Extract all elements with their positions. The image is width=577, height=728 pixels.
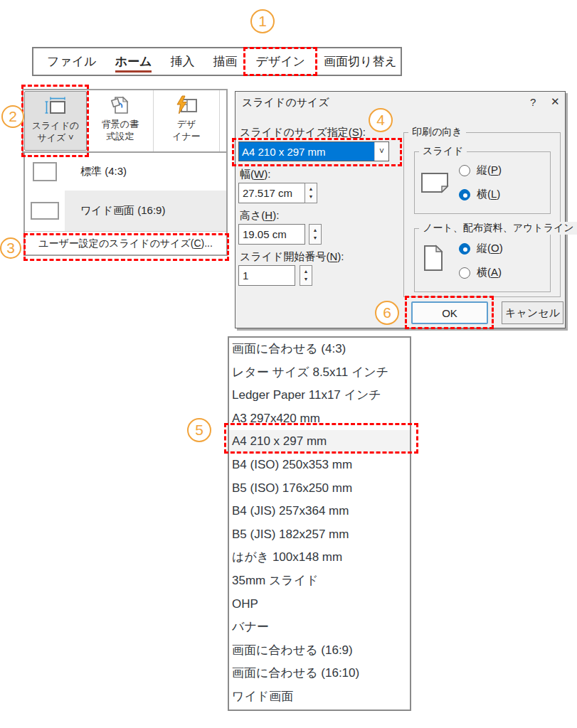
slide-size-button[interactable]: スライドの サイズ ˅ (24, 91, 87, 151)
size-list-item[interactable]: Ledger Paper 11x17 インチ (229, 384, 410, 407)
tab-file[interactable]: ファイル (38, 53, 106, 70)
ribbon-spacer (220, 90, 226, 151)
notes-landscape-label: 横(A) (477, 266, 502, 279)
stepper-down-icon[interactable]: ▼ (304, 276, 309, 284)
standard-ratio-icon (25, 153, 65, 191)
size-list-item[interactable]: B4 (ISO) 250x353 mm (229, 454, 410, 477)
orientation-group-title: 印刷の向き (408, 126, 466, 139)
notes-orientation-group: ノート、配布資料、アウトライン 縦(O) 横(A) (414, 228, 551, 292)
portrait-page-icon (423, 245, 443, 274)
height-field[interactable]: 19.05 cm (238, 224, 305, 245)
start-number-stepper[interactable]: ▲ ▼ (300, 265, 312, 286)
radio-unselected-icon[interactable] (459, 267, 470, 279)
stepper-down-icon[interactable]: ▼ (309, 193, 314, 201)
size-list-item[interactable]: ワイド画面 (229, 685, 410, 709)
size-list-item[interactable]: バナー (229, 616, 410, 639)
menu-item-custom-size-label: ユーザー設定のスライドのサイズ(C)... (38, 237, 213, 250)
start-number-label: スライド開始番号(N): (240, 250, 344, 264)
tab-design[interactable]: デザイン (246, 53, 314, 70)
slide-portrait-option[interactable]: 縦(P) (459, 164, 502, 177)
notes-orientation-title: ノート、配布資料、アウトライン (419, 222, 577, 235)
step-5-badge: 5 (187, 418, 211, 442)
stepper-up-icon[interactable]: ▲ (313, 227, 318, 235)
designer-button[interactable]: デザ イナー (154, 90, 220, 151)
notes-portrait-label: 縦(O) (477, 242, 503, 255)
slide-landscape-option[interactable]: 横(L) (459, 188, 500, 201)
size-list-item[interactable]: 画面に合わせる (16:9) (229, 639, 410, 663)
slide-landscape-label: 横(L) (477, 188, 500, 201)
size-list-item[interactable]: 35mm スライド (229, 569, 410, 593)
close-icon[interactable]: ✕ (551, 95, 560, 108)
width-stepper[interactable]: ▲ ▼ (305, 183, 317, 203)
cancel-button[interactable]: キャンセル (502, 301, 563, 324)
step-1-badge: 1 (250, 9, 275, 33)
size-list-item[interactable]: B5 (JIS) 182x257 mm (229, 523, 410, 547)
format-background-label-1: 背景の書 (102, 119, 139, 131)
designer-label-2: イナー (172, 131, 201, 143)
size-list-item[interactable]: B4 (JIS) 257x364 mm (229, 500, 410, 523)
menu-item-custom-size[interactable]: ユーザー設定のスライドのサイズ(C)... (25, 231, 226, 255)
ribbon-customize-group: スライドの サイズ ˅ 背景の書 式設定 (22, 89, 228, 153)
designer-icon (175, 94, 198, 117)
slide-size-menu: 標準 (4:3) ワイド画面 (16:9) ユーザー設定のスライドのサイズ(C)… (23, 153, 228, 256)
size-list: 画面に合わせる (4:3) レター サイズ 8.5x11 インチ Ledger … (228, 336, 411, 711)
stepper-up-icon[interactable]: ▲ (309, 186, 314, 193)
notes-portrait-option[interactable]: 縦(O) (459, 242, 503, 255)
slide-orientation-title: スライド (419, 145, 467, 158)
slide-size-label-2: サイズ ˅ (37, 132, 73, 144)
dialog-title: スライドのサイズ (242, 96, 329, 109)
slide-size-icon (45, 95, 66, 118)
size-list-item[interactable]: 画面に合わせる (16:10) (229, 662, 410, 685)
size-list-item[interactable]: レター サイズ 8.5x11 インチ (229, 361, 410, 385)
radio-selected-icon[interactable] (459, 243, 470, 255)
slide-orientation-group: スライド 縦(P) 横(L) (414, 151, 551, 214)
width-label: 幅(W): (240, 168, 270, 181)
stepper-down-icon[interactable]: ▼ (313, 235, 318, 242)
size-list-item[interactable]: OHP (229, 593, 410, 616)
menu-item-standard-label: 標準 (4:3) (80, 165, 127, 178)
design-tab-highlight (243, 47, 317, 76)
stepper-up-icon[interactable]: ▲ (304, 268, 309, 276)
step-4-badge: 4 (369, 108, 393, 132)
slide-portrait-label: 縦(P) (477, 164, 502, 177)
menu-item-widescreen-label: ワイド画面 (16:9) (80, 204, 165, 218)
widescreen-ratio-icon (25, 191, 65, 231)
width-field[interactable]: 27.517 cm (238, 183, 305, 203)
size-list-item[interactable]: A3 297x420 mm (229, 407, 410, 431)
landscape-page-icon (420, 172, 449, 196)
tab-home[interactable]: ホーム (106, 53, 162, 70)
size-select-label: スライドのサイズ指定(S): (240, 126, 366, 139)
step-2-badge: 2 (1, 105, 24, 128)
step-6-badge: 6 (375, 301, 399, 325)
orientation-group: 印刷の向き スライド 縦(P) 横(L) (403, 132, 561, 297)
height-stepper[interactable]: ▲ ▼ (309, 224, 322, 245)
tab-transitions[interactable]: 画面切り替え (314, 53, 406, 70)
menu-item-widescreen[interactable]: ワイド画面 (16:9) (25, 191, 226, 231)
tutorial-page: 1 2 3 4 5 6 ファイル ホーム 挿入 描画 デザイン 画面切り替え (0, 0, 577, 728)
size-list-item[interactable]: はがき 100x148 mm (229, 546, 410, 569)
slide-size-combobox-value: A4 210 x 297 mm (239, 146, 374, 158)
ribbon-tab-bar: ファイル ホーム 挿入 描画 デザイン 画面切り替え (32, 47, 402, 76)
start-number-field[interactable]: 1 (238, 265, 295, 286)
notes-landscape-option[interactable]: 横(A) (459, 266, 502, 279)
chevron-down-icon[interactable]: ˅ (374, 142, 388, 161)
format-background-icon (110, 94, 130, 117)
size-list-item[interactable]: B5 (ISO) 176x250 mm (229, 477, 410, 500)
slide-size-label-1: スライドの (32, 120, 80, 132)
designer-label-1: デザ (177, 119, 196, 131)
help-icon[interactable]: ? (530, 96, 536, 108)
slide-size-combobox[interactable]: A4 210 x 297 mm ˅ (238, 141, 389, 161)
radio-selected-icon[interactable] (459, 189, 470, 200)
step-3-badge: 3 (0, 237, 21, 259)
slide-size-dialog: スライドのサイズ ? ✕ スライドのサイズ指定(S): A4 210 x 297… (235, 91, 566, 328)
format-background-label-2: 式設定 (107, 131, 134, 143)
tab-insert[interactable]: 挿入 (161, 53, 203, 70)
format-background-button[interactable]: 背景の書 式設定 (88, 90, 154, 151)
size-list-item[interactable]: 画面に合わせる (4:3) (229, 338, 410, 361)
height-label: 高さ(H): (240, 209, 279, 223)
tab-draw[interactable]: 描画 (203, 53, 246, 70)
ok-button[interactable]: OK (411, 301, 488, 324)
menu-item-standard[interactable]: 標準 (4:3) (25, 153, 226, 191)
size-list-item-a4[interactable]: A4 210 x 297 mm (229, 430, 410, 454)
radio-unselected-icon[interactable] (459, 165, 470, 176)
